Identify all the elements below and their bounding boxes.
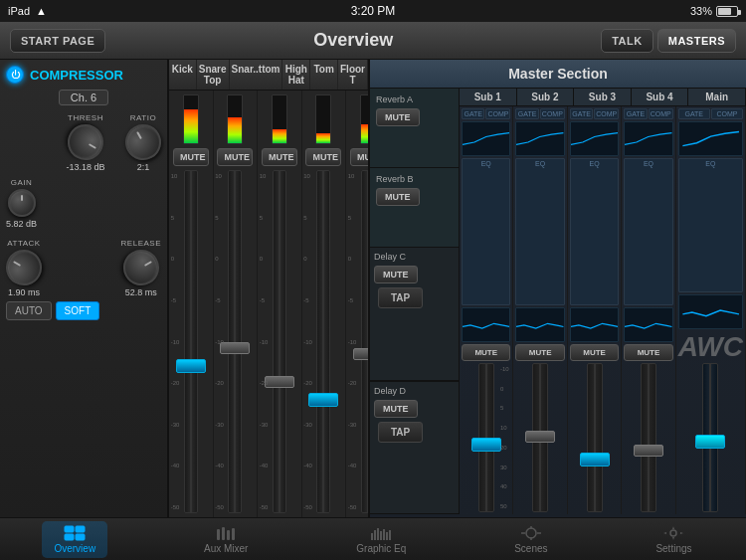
nav-item-scenes[interactable]: Scenes	[502, 521, 559, 558]
channel-headers: Kick Snare Top Snar..ttom High Hat Tom F…	[169, 60, 368, 91]
sub-header-main: Main	[688, 89, 746, 105]
channel-strip-hihat: MUTE 1050-5-10-20-30-40-50	[302, 91, 347, 517]
release-knob-group: RELEASE 52.8 ms	[121, 239, 161, 297]
soft-button[interactable]: SOFT	[56, 301, 100, 320]
mute-tom[interactable]: MUTE	[350, 148, 368, 166]
comp-display-main	[678, 121, 743, 156]
nav-item-settings[interactable]: Settings	[644, 521, 703, 558]
mute-kick[interactable]: MUTE	[173, 148, 209, 166]
mute-sub-3[interactable]: MUTE	[570, 344, 619, 361]
gate-comp-row-1: GATE COMP	[462, 108, 510, 119]
thresh-knob[interactable]	[61, 117, 109, 166]
gate-btn-3[interactable]: GATE	[570, 108, 593, 119]
sub-channel-3: GATE COMP EQ	[568, 106, 622, 514]
nav-item-aux-mixer[interactable]: Aux Mixer	[192, 521, 260, 558]
nav-item-overview[interactable]: Overview	[42, 521, 107, 558]
gate-btn-2[interactable]: GATE	[515, 108, 538, 119]
delay-c-tap[interactable]: TAP	[378, 287, 423, 308]
fader-track-sub-3	[587, 363, 603, 512]
nav-label-graphic-eq: Graphic Eq	[356, 543, 406, 554]
eq-btn-4[interactable]: EQ	[624, 158, 672, 305]
release-label: RELEASE	[121, 239, 161, 248]
nav-item-graphic-eq[interactable]: Graphic Eq	[344, 521, 418, 558]
fader-handle-sub-2[interactable]	[525, 431, 555, 443]
channel-strip-kick: MUTE 1050-5-10-20-30-40-50	[169, 91, 214, 517]
nav-label-settings: Settings	[655, 543, 691, 554]
attack-knob[interactable]	[0, 243, 49, 291]
gate-comp-row-main: GATE COMP	[678, 108, 743, 119]
svg-rect-1	[76, 526, 85, 532]
gate-btn-4[interactable]: GATE	[624, 108, 647, 119]
svg-rect-7	[232, 528, 235, 540]
master-grid: Reverb A MUTE Reverb B MUTE Delay C MUTE…	[370, 89, 746, 514]
eq-btn-3[interactable]: EQ	[570, 158, 619, 305]
gain-knob[interactable]	[8, 189, 36, 217]
fader-handle-main[interactable]	[695, 435, 725, 449]
compressor-header: ⏻ COMPRESSOR	[6, 66, 161, 84]
fader-track-snare: 1050-5-10-20-30-40-50	[228, 170, 242, 513]
nav-label-aux-mixer: Aux Mixer	[204, 543, 248, 554]
comp-display-2	[515, 121, 564, 156]
fader-scale-hihat: 1050-5-10-20-30-40-50	[303, 171, 312, 512]
eq-btn-main[interactable]: EQ	[678, 158, 743, 292]
ratio-value: 2:1	[137, 162, 150, 172]
ch-header-tom: Tom	[310, 60, 338, 90]
fader-handle-sub-3[interactable]	[580, 453, 610, 467]
meter-snare	[227, 94, 243, 144]
attack-value: 1.90 ms	[8, 287, 40, 297]
master-right-panel: Sub 1 Sub 2 Sub 3 Sub 4 Main GATE COMP	[460, 89, 746, 514]
comp-btn-main[interactable]: COMP	[711, 108, 743, 119]
delay-d-tap[interactable]: TAP	[378, 422, 423, 443]
auto-button[interactable]: AUTO	[6, 301, 52, 320]
mute-snare[interactable]: MUTE	[217, 148, 253, 166]
fader-handle-hihat[interactable]	[308, 393, 338, 407]
release-knob[interactable]	[116, 243, 165, 291]
fader-scale-sub-1: -10051020304050	[500, 364, 509, 511]
delay-c-label: Delay C	[374, 252, 455, 262]
delay-c-mute[interactable]: MUTE	[374, 266, 418, 283]
ratio-knob[interactable]	[118, 117, 167, 166]
masters-button[interactable]: MASTERS	[657, 29, 736, 53]
gate-btn-main[interactable]: GATE	[678, 108, 710, 119]
eq-btn-2[interactable]: EQ	[515, 158, 564, 305]
mute-sub-2[interactable]: MUTE	[515, 344, 564, 361]
channel-strip-snare: MUTE 1050-5-10-20-30-40-50	[214, 91, 259, 517]
comp-btn-3[interactable]: COMP	[594, 108, 619, 119]
sub-channel-main: GATE COMP EQ	[676, 106, 746, 514]
bottom-nav: Overview Aux Mixer Graphic Eq	[0, 517, 746, 560]
fader-handle-kick[interactable]	[176, 359, 206, 373]
fader-handle-snartom[interactable]	[265, 376, 294, 388]
fader-track-kick: 1050-5-10-20-30-40-50	[184, 170, 198, 513]
svg-point-20	[670, 530, 676, 536]
reverb-b-mute[interactable]: MUTE	[376, 188, 420, 206]
sub-header-3: Sub 3	[574, 89, 632, 105]
start-page-button[interactable]: START PAGE	[10, 29, 105, 53]
status-bar: iPad ▲ 3:20 PM 33%	[0, 0, 746, 22]
talk-button[interactable]: TALK	[601, 29, 653, 53]
comp-btn-2[interactable]: COMP	[540, 108, 565, 119]
reverb-a-mute[interactable]: MUTE	[376, 108, 420, 126]
fader-handle-snare[interactable]	[220, 342, 250, 354]
mute-sub-1[interactable]: MUTE	[462, 344, 510, 361]
channel-area: Kick Snare Top Snar..ttom High Hat Tom F…	[169, 60, 368, 517]
fader-track-tom: 1050-5-10-20-30-40-50	[361, 170, 368, 513]
gate-btn-1[interactable]: GATE	[462, 108, 484, 119]
svg-rect-12	[383, 529, 385, 540]
comp-btn-1[interactable]: COMP	[485, 108, 510, 119]
delay-d-mute[interactable]: MUTE	[374, 400, 418, 418]
svg-rect-8	[371, 533, 373, 540]
master-section: Master Section Reverb A MUTE Reverb B MU…	[368, 60, 746, 517]
compressor-power-button[interactable]: ⏻	[6, 66, 24, 84]
comp-display-3	[570, 121, 619, 156]
mute-snartom[interactable]: MUTE	[262, 148, 297, 166]
fader-handle-sub-4[interactable]	[634, 445, 663, 457]
eq-btn-1[interactable]: EQ	[462, 158, 510, 305]
ch-header-snartom: Snar..ttom	[230, 60, 283, 90]
mute-sub-4[interactable]: MUTE	[624, 344, 672, 361]
compressor-label: COMPRESSOR	[30, 68, 123, 83]
svg-rect-9	[374, 530, 376, 540]
sub-header-1: Sub 1	[460, 89, 517, 105]
mute-hihat[interactable]: MUTE	[305, 148, 341, 166]
fader-handle-sub-1[interactable]	[471, 438, 501, 452]
comp-btn-4[interactable]: COMP	[649, 108, 673, 119]
